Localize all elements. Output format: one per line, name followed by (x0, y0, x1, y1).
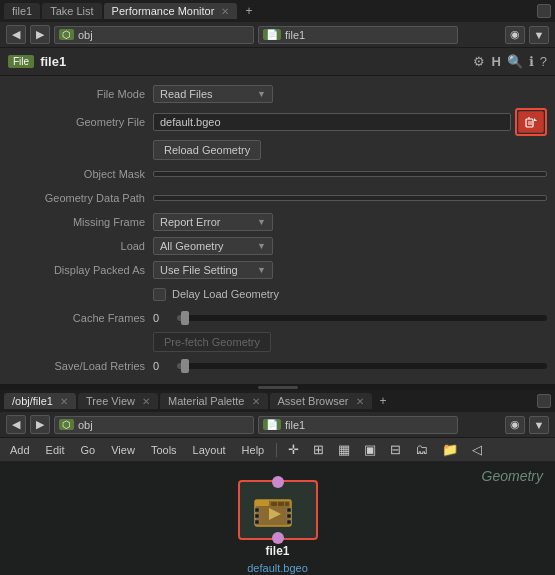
menu-add[interactable]: Add (6, 442, 34, 458)
bottom-pin-button[interactable]: ◉ (505, 416, 525, 434)
bottom-tab-add-button[interactable]: + (374, 392, 393, 410)
tab-obj-file1-close-icon[interactable]: ✕ (60, 396, 68, 407)
browse-btn-wrapper (515, 108, 547, 136)
display-packed-select[interactable]: Use File Setting ▼ (153, 261, 273, 279)
node-dot-bottom (272, 532, 284, 544)
menu-edit[interactable]: Edit (42, 442, 69, 458)
node-file: default.bgeo (247, 562, 308, 574)
arrow-icon[interactable]: ◁ (469, 441, 485, 458)
load-select[interactable]: All Geometry ▼ (153, 237, 273, 255)
node-box[interactable] (238, 480, 318, 540)
delay-load-row: Delay Load Geometry (0, 282, 555, 306)
menu-help[interactable]: Help (238, 442, 269, 458)
geo-data-path-row: Geometry Data Path (0, 186, 555, 210)
load-row: Load All Geometry ▼ (0, 234, 555, 258)
load-arrow-icon: ▼ (257, 241, 266, 251)
browse-button[interactable] (518, 111, 544, 133)
info-icon[interactable]: ℹ (529, 54, 534, 69)
bottom-back-button[interactable]: ◀ (6, 415, 26, 434)
tab-tree-view-close-icon[interactable]: ✕ (142, 396, 150, 407)
save-load-track[interactable] (177, 363, 547, 369)
svg-rect-6 (271, 502, 277, 506)
cache-frames-label: Cache Frames (8, 312, 153, 324)
bottom-file-dropdown[interactable]: 📄 file1 (258, 416, 458, 434)
file-type-icon: File (8, 55, 34, 68)
file-dropdown[interactable]: 📄 file1 (258, 26, 458, 44)
tab-take-list[interactable]: Take List (42, 3, 101, 19)
node-icon-svg (253, 492, 303, 528)
forward-button[interactable]: ▶ (30, 25, 50, 44)
pin-button[interactable]: ◉ (505, 26, 525, 44)
cache-frames-slider-container: 0 (153, 312, 547, 324)
missing-frame-label: Missing Frame (8, 216, 153, 228)
reload-geometry-button[interactable]: Reload Geometry (153, 140, 261, 160)
tab-asset-browser[interactable]: Asset Browser ✕ (270, 393, 372, 409)
missing-frame-select[interactable]: Report Error ▼ (153, 213, 273, 231)
layout2-icon[interactable]: ▣ (361, 441, 379, 458)
folder-icon[interactable]: 📁 (439, 441, 461, 458)
pane-icon[interactable]: 🗂 (412, 441, 431, 458)
save-load-label: Save/Load Retries (8, 360, 153, 372)
object-mask-input[interactable] (153, 171, 547, 177)
layout1-icon[interactable]: ▦ (335, 441, 353, 458)
menu-view[interactable]: View (107, 442, 139, 458)
delay-load-checkbox[interactable] (153, 288, 166, 301)
tab-performance-monitor[interactable]: Performance Monitor ✕ (104, 3, 238, 19)
svg-rect-14 (287, 514, 291, 518)
window-icon[interactable] (537, 4, 551, 18)
display-packed-arrow-icon: ▼ (257, 265, 266, 275)
tab-material-palette-close-icon[interactable]: ✕ (252, 396, 260, 407)
snap-icon[interactable]: ✛ (285, 441, 302, 458)
tab-asset-browser-close-icon[interactable]: ✕ (356, 396, 364, 407)
bottom-tab-bar: /obj/file1 ✕ Tree View ✕ Material Palett… (0, 390, 555, 412)
tab-add-button[interactable]: + (239, 2, 258, 20)
search-icon[interactable]: 🔍 (507, 54, 523, 69)
browse-icon (525, 116, 537, 128)
node-name: file1 (265, 544, 289, 558)
top-tab-bar: file1 Take List Performance Monitor ✕ + (0, 0, 555, 22)
geo-data-path-label: Geometry Data Path (8, 192, 153, 204)
tab-tree-view[interactable]: Tree View ✕ (78, 393, 158, 409)
tab-close-icon[interactable]: ✕ (221, 6, 229, 17)
gear-icon[interactable]: ⚙ (473, 54, 485, 69)
geo-data-path-input[interactable] (153, 195, 547, 201)
missing-frame-arrow-icon: ▼ (257, 217, 266, 227)
bottom-toolbar: ◀ ▶ ⬡ obj 📄 file1 ◉ ▼ (0, 412, 555, 438)
menu-button[interactable]: ▼ (529, 26, 549, 44)
grid-icon[interactable]: ⊞ (310, 441, 327, 458)
svg-rect-15 (287, 520, 291, 524)
svg-marker-3 (534, 118, 537, 121)
select-arrow-icon: ▼ (257, 89, 266, 99)
cache-frames-thumb[interactable] (181, 311, 189, 325)
save-load-slider-container: 0 (153, 360, 547, 372)
file-icon: 📄 (263, 29, 281, 40)
help-icon[interactable]: ? (540, 54, 547, 69)
file-mode-label: File Mode (8, 88, 153, 100)
prefetch-button[interactable]: Pre-fetch Geometry (153, 332, 271, 352)
tab-file1[interactable]: file1 (4, 3, 40, 19)
menu-go[interactable]: Go (77, 442, 100, 458)
save-load-thumb[interactable] (181, 359, 189, 373)
save-load-row: Save/Load Retries 0 (0, 354, 555, 378)
layout3-icon[interactable]: ⊟ (387, 441, 404, 458)
tab-material-palette[interactable]: Material Palette ✕ (160, 393, 268, 409)
bottom-menu-button[interactable]: ▼ (529, 416, 549, 434)
bottom-forward-button[interactable]: ▶ (30, 415, 50, 434)
menu-layout[interactable]: Layout (189, 442, 230, 458)
display-packed-row: Display Packed As Use File Setting ▼ (0, 258, 555, 282)
geometry-file-label: Geometry File (8, 116, 153, 128)
bottom-path-dropdown[interactable]: ⬡ obj (54, 416, 254, 434)
geometry-file-input[interactable]: default.bgeo (153, 113, 511, 131)
bottom-window-icon[interactable] (537, 394, 551, 408)
file-mode-select[interactable]: Read Files ▼ (153, 85, 273, 103)
delay-load-checkbox-row: Delay Load Geometry (153, 288, 279, 301)
load-label: Load (8, 240, 153, 252)
back-button[interactable]: ◀ (6, 25, 26, 44)
tab-obj-file1[interactable]: /obj/file1 ✕ (4, 393, 76, 409)
file-mode-control: Read Files ▼ (153, 85, 547, 103)
cache-frames-track[interactable] (177, 315, 547, 321)
svg-rect-7 (278, 502, 284, 506)
path-dropdown[interactable]: ⬡ obj (54, 26, 254, 44)
h-icon[interactable]: H (491, 54, 500, 69)
menu-tools[interactable]: Tools (147, 442, 181, 458)
